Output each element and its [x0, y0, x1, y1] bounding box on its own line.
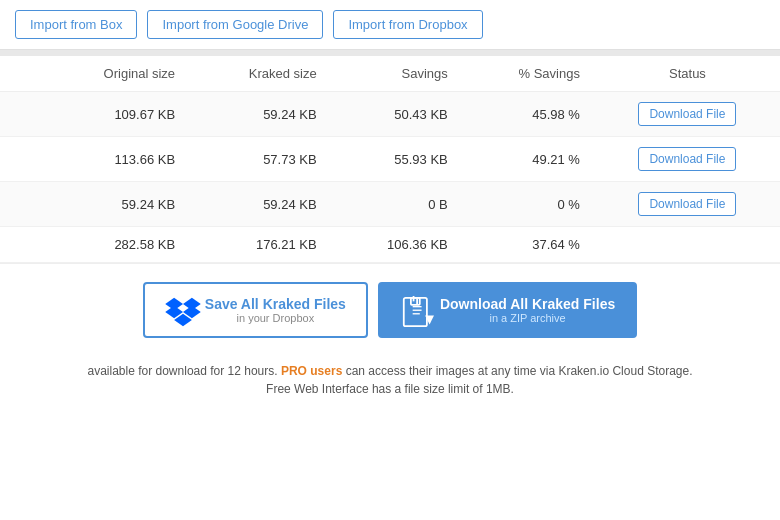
percentSavings-cell: 49.21 %	[463, 137, 595, 182]
svg-rect-6	[411, 298, 420, 305]
krakedSize-cell: 59.24 KB	[190, 182, 332, 227]
percentSavings-cell: 0 %	[463, 182, 595, 227]
save-dropbox-button[interactable]: Save All Kraked Files in your Dropbox	[143, 282, 368, 338]
import-gdrive-button[interactable]: Import from Google Drive	[147, 10, 323, 39]
svg-rect-5	[404, 298, 427, 326]
percentSavings-cell: 37.64 %	[463, 227, 595, 263]
import-box-button[interactable]: Import from Box	[15, 10, 137, 39]
save-dropbox-sub: in your Dropbox	[205, 312, 346, 324]
percent-savings-header: % Savings	[463, 56, 595, 92]
original-size-header: Original size	[43, 56, 190, 92]
savings-cell: 50.43 KB	[332, 92, 463, 137]
file-name-cell	[0, 182, 43, 227]
originalSize-cell: 113.66 KB	[43, 137, 190, 182]
savings-header: Savings	[332, 56, 463, 92]
footer-notice: available for download for 12 hours. PRO…	[0, 356, 780, 382]
originalSize-cell: 109.67 KB	[43, 92, 190, 137]
file-name-cell	[0, 137, 43, 182]
originalSize-cell: 282.58 KB	[43, 227, 190, 263]
download-zip-main: Download All Kraked Files	[440, 296, 615, 312]
top-bar: Import from Box Import from Google Drive…	[0, 0, 780, 50]
action-cell	[595, 227, 780, 263]
krakedSize-cell: 57.73 KB	[190, 137, 332, 182]
download-zip-button[interactable]: Download All Kraked Files in a ZIP archi…	[378, 282, 637, 338]
file-name-cell	[0, 227, 43, 263]
import-dropbox-button[interactable]: Import from Dropbox	[333, 10, 482, 39]
table-header-row: Original size Kraked size Savings % Savi…	[0, 56, 780, 92]
status-header: Status	[595, 56, 780, 92]
download-zip-icon	[400, 296, 430, 324]
download-file-button[interactable]: Download File	[638, 192, 736, 216]
table-row: 282.58 KB176.21 KB106.36 KB37.64 %	[0, 227, 780, 263]
files-table: Original size Kraked size Savings % Savi…	[0, 56, 780, 263]
download-zip-text: Download All Kraked Files in a ZIP archi…	[440, 296, 615, 324]
download-file-button[interactable]: Download File	[638, 102, 736, 126]
files-table-container: Original size Kraked size Savings % Savi…	[0, 56, 780, 263]
pro-suffix-text: can access their images at any time via …	[346, 364, 693, 378]
savings-cell: 55.93 KB	[332, 137, 463, 182]
dropbox-icon	[165, 296, 195, 324]
available-text: available for download for 12 hours.	[87, 364, 277, 378]
save-dropbox-main: Save All Kraked Files	[205, 296, 346, 312]
table-row: 109.67 KB59.24 KB50.43 KB45.98 %Download…	[0, 92, 780, 137]
kraked-size-header: Kraked size	[190, 56, 332, 92]
krakedSize-cell: 59.24 KB	[190, 92, 332, 137]
savings-cell: 106.36 KB	[332, 227, 463, 263]
bottom-actions: Save All Kraked Files in your Dropbox Do…	[0, 263, 780, 356]
savings-cell: 0 B	[332, 182, 463, 227]
action-cell: Download File	[595, 92, 780, 137]
table-row: 113.66 KB57.73 KB55.93 KB49.21 %Download…	[0, 137, 780, 182]
action-cell: Download File	[595, 182, 780, 227]
footer-limit: Free Web Interface has a file size limit…	[0, 382, 780, 406]
download-zip-sub: in a ZIP archive	[440, 312, 615, 324]
table-row: 59.24 KB59.24 KB0 B0 %Download File	[0, 182, 780, 227]
originalSize-cell: 59.24 KB	[43, 182, 190, 227]
percentSavings-cell: 45.98 %	[463, 92, 595, 137]
save-dropbox-text: Save All Kraked Files in your Dropbox	[205, 296, 346, 324]
pro-users-link[interactable]: PRO users	[281, 364, 342, 378]
krakedSize-cell: 176.21 KB	[190, 227, 332, 263]
download-file-button[interactable]: Download File	[638, 147, 736, 171]
action-cell: Download File	[595, 137, 780, 182]
filename-header	[0, 56, 43, 92]
file-name-cell	[0, 92, 43, 137]
